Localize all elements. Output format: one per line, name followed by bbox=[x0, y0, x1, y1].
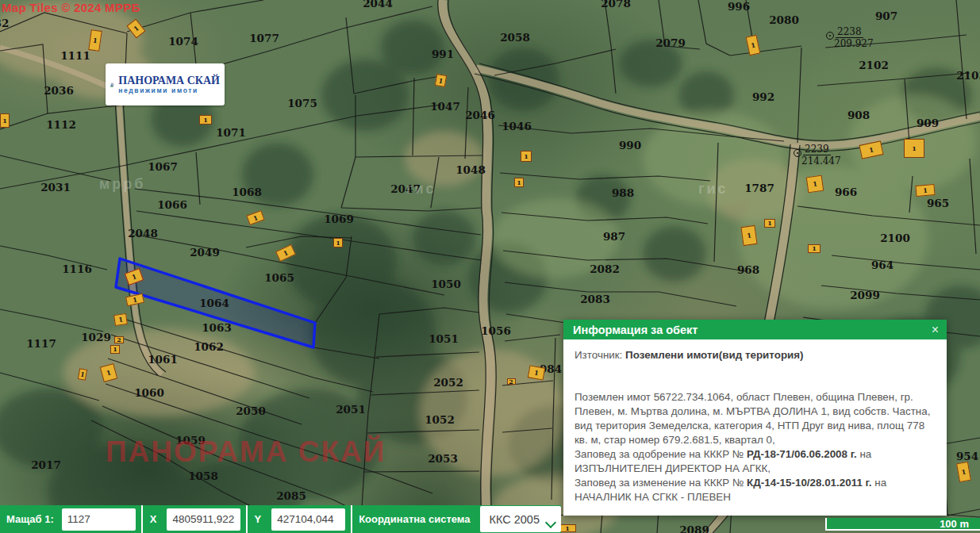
map-attribution: Map Tiles © 2024 МРРБ bbox=[2, 1, 140, 14]
building-icon: 1 bbox=[915, 184, 935, 197]
building-icon: 1 bbox=[521, 151, 532, 162]
building-icon: 1 bbox=[764, 219, 775, 228]
map-scale-bar: 100 m bbox=[825, 518, 980, 531]
building-icon: 1 bbox=[434, 73, 446, 86]
survey-point-number: 2239 bbox=[803, 144, 831, 155]
source-value: Поземлени имоти(вид територия) bbox=[625, 349, 804, 361]
building-icon: 1 bbox=[0, 113, 10, 128]
building-icon: 1 bbox=[528, 365, 545, 380]
building-icon: 1 bbox=[806, 175, 824, 194]
building-icon: 1 bbox=[113, 313, 128, 326]
source-label: Източник: bbox=[575, 349, 625, 361]
building-icon: 1 bbox=[514, 178, 524, 187]
y-label: Y bbox=[254, 513, 261, 525]
crs-dropdown[interactable]: ККС 2005 bbox=[480, 506, 562, 532]
building-icon: 2 bbox=[507, 378, 516, 385]
logo-arch-icon bbox=[110, 67, 114, 102]
source-line: Източник: Поземлени имоти(вид територия) bbox=[575, 348, 936, 362]
building-icon: 1 bbox=[808, 244, 821, 253]
logo-subtitle: недвижими имоти bbox=[118, 87, 220, 95]
toolbar-divider bbox=[141, 505, 143, 533]
building-icon: 1 bbox=[904, 139, 924, 158]
crs-selected-value: ККС 2005 bbox=[490, 513, 540, 526]
scale-label: Мащаб 1: bbox=[6, 513, 54, 525]
survey-point-number: 2238 bbox=[836, 27, 863, 38]
info-panel-body: Източник: Поземлени имоти(вид територия)… bbox=[563, 339, 947, 516]
building-icon: 1 bbox=[199, 115, 212, 125]
chevron-down-icon bbox=[545, 517, 556, 528]
building-icon: 1 bbox=[110, 345, 120, 354]
survey-point-elevation: 209.927 bbox=[834, 39, 874, 48]
bottom-toolbar: Мащаб 1: X Y Координатна система ККС 200… bbox=[0, 505, 561, 533]
survey-point-icon bbox=[826, 32, 834, 40]
building-icon: 1 bbox=[559, 524, 576, 532]
panorama-sky-logo: ПАНОРАМА СКАЙ недвижими имоти bbox=[106, 63, 225, 105]
survey-point-icon bbox=[794, 149, 801, 157]
building-icon: 1 bbox=[333, 238, 343, 247]
toolbar-divider bbox=[246, 505, 248, 533]
close-icon[interactable]: × bbox=[932, 324, 939, 336]
y-coordinate-input[interactable] bbox=[271, 508, 345, 531]
building-icon: 2 bbox=[114, 336, 124, 343]
survey-point-elevation: 214.447 bbox=[801, 156, 841, 166]
building-icon: 1 bbox=[740, 225, 757, 246]
crs-label: Координатна система bbox=[359, 513, 470, 525]
x-coordinate-input[interactable] bbox=[167, 508, 240, 531]
object-info-panel: Информация за обект × Източник: Поземлен… bbox=[563, 320, 947, 516]
info-panel-title: Информация за обект bbox=[573, 324, 698, 336]
parcel-description: Поземлен имот 56722.734.1064, област Пле… bbox=[575, 390, 936, 504]
scale-bar-label: 100 m bbox=[940, 518, 969, 530]
scale-input[interactable] bbox=[62, 508, 136, 531]
cadastre-map-app: 3211111074203620441077991205820789962080… bbox=[0, 0, 980, 533]
toolbar-divider bbox=[351, 505, 352, 533]
logo-title: ПАНОРАМА СКАЙ bbox=[118, 75, 220, 87]
x-label: X bbox=[150, 513, 157, 525]
info-panel-header: Информация за обект × bbox=[563, 320, 947, 339]
